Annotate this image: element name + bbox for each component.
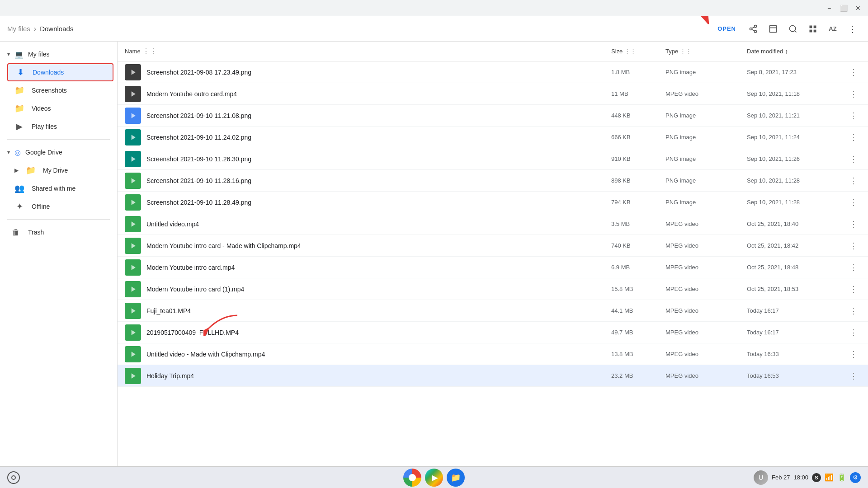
file-type: PNG image (665, 155, 747, 162)
more-options-button[interactable]: ⋮ (844, 21, 861, 37)
column-size[interactable]: Size ⋮⋮ (611, 48, 665, 55)
titlebar: − ⬜ ✕ (0, 0, 868, 16)
my-files-section: ▾ 💻 My files ⬇ Downloads 📁 Screenshots (0, 45, 117, 136)
file-size: 794 KB (611, 199, 665, 206)
table-row[interactable]: Screenshot 2021-09-10 11.24.02.png 666 K… (118, 127, 868, 148)
svg-rect-11 (810, 29, 812, 32)
file-date: Sep 10, 2021, 11:24 (747, 134, 846, 141)
folder-icon-2: 📁 (14, 103, 24, 113)
taskbar-right: U Feb 27 18:00 S 📶 🔋 ⚙ (465, 470, 861, 485)
svg-rect-9 (810, 25, 812, 28)
file-menu-button[interactable]: ⋮ (846, 284, 861, 294)
settings-icon[interactable]: ⚙ (850, 472, 861, 483)
file-type: MPEG video (665, 329, 747, 336)
table-row[interactable]: 20190517000409_FULLHD.MP4 49.7 MB MPEG v… (118, 322, 868, 343)
toggle-layout-button[interactable] (765, 21, 781, 37)
svg-point-7 (790, 25, 796, 31)
file-date: Sep 8, 2021, 17:23 (747, 69, 846, 75)
files-icon[interactable]: 📁 (447, 469, 465, 487)
avatar[interactable]: U (754, 470, 768, 485)
sidebar-item-downloads[interactable]: ⬇ Downloads (7, 63, 113, 81)
file-name: Fuji_tea01.MP4 (146, 307, 611, 314)
file-menu-button[interactable]: ⋮ (846, 328, 861, 338)
file-size: 23.2 MB (611, 372, 665, 379)
trash-icon: 🗑 (11, 228, 21, 237)
file-menu-button[interactable]: ⋮ (846, 263, 861, 272)
table-row[interactable]: Fuji_tea01.MP4 44.1 MB MPEG video Today … (118, 300, 868, 322)
file-type: MPEG video (665, 307, 747, 314)
file-size: 448 KB (611, 112, 665, 119)
play-store-icon[interactable]: ▶ (425, 469, 443, 487)
file-menu-button[interactable]: ⋮ (846, 371, 861, 381)
file-menu-button[interactable]: ⋮ (846, 197, 861, 207)
file-thumbnail (125, 238, 141, 254)
column-name[interactable]: Name ⋮⋮ (125, 47, 611, 56)
google-drive-label: Google Drive (25, 149, 62, 156)
file-date: Sep 10, 2021, 11:26 (747, 155, 846, 162)
table-row[interactable]: Modern Youtube intro card (1).mp4 15.8 M… (118, 278, 868, 300)
search-button[interactable] (785, 21, 801, 37)
share-button[interactable] (745, 21, 761, 37)
file-thumbnail (125, 129, 141, 145)
table-row[interactable]: Untitled video - Made with Clipchamp.mp4… (118, 343, 868, 365)
open-button[interactable]: OPEN (712, 21, 741, 37)
file-rows-container: Screenshot 2021-09-08 17.23.49.png 1.8 M… (118, 61, 868, 387)
file-menu-button[interactable]: ⋮ (846, 306, 861, 316)
svg-point-1 (750, 28, 752, 30)
table-row[interactable]: Screenshot 2021-09-10 11.26.30.png 910 K… (118, 148, 868, 170)
trash-label: Trash (28, 229, 44, 236)
sidebar-item-play-files[interactable]: ▶ Play files (7, 117, 113, 136)
file-menu-button[interactable]: ⋮ (846, 89, 861, 99)
sidebar-item-trash[interactable]: 🗑 Trash (4, 223, 113, 241)
table-row[interactable]: Screenshot 2021-09-10 11.21.08.png 448 K… (118, 105, 868, 127)
sidebar-item-shared[interactable]: 👥 Shared with me (7, 179, 113, 197)
file-thumbnail (125, 281, 141, 297)
column-date[interactable]: Date modified ↑ (747, 48, 846, 55)
taskbar-date: Feb 27 (772, 474, 790, 481)
file-size: 11 MB (611, 90, 665, 97)
taskbar-left (7, 471, 403, 484)
content-area: ▾ 💻 My files ⬇ Downloads 📁 Screenshots (0, 42, 868, 466)
file-date: Today 16:53 (747, 372, 846, 379)
file-date: Oct 25, 2021, 18:53 (747, 286, 846, 292)
file-menu-button[interactable]: ⋮ (846, 176, 861, 186)
table-row[interactable]: Untitled video.mp4 3.5 MB MPEG video Oct… (118, 213, 868, 235)
table-row[interactable]: Modern Youtube intro card - Made with Cl… (118, 235, 868, 257)
table-row[interactable]: Screenshot 2021-09-10 11.28.49.png 794 K… (118, 192, 868, 213)
minimize-button[interactable]: − (823, 2, 835, 14)
file-menu-button[interactable]: ⋮ (846, 241, 861, 251)
table-row[interactable]: Screenshot 2021-09-08 17.23.49.png 1.8 M… (118, 61, 868, 83)
home-button[interactable] (7, 471, 20, 484)
file-name: Screenshot 2021-09-10 11.28.49.png (146, 199, 611, 206)
sort-button[interactable]: AZ (825, 21, 841, 37)
file-menu-button[interactable]: ⋮ (846, 154, 861, 164)
restore-button[interactable]: ⬜ (837, 2, 850, 14)
table-row[interactable]: Modern Youtube intro card.mp4 6.9 MB MPE… (118, 257, 868, 278)
taskbar-time: 18:00 (793, 474, 808, 481)
svg-rect-5 (770, 25, 777, 32)
videos-label: Videos (32, 105, 51, 112)
sidebar-item-screenshots[interactable]: 📁 Screenshots (7, 81, 113, 99)
google-drive-header[interactable]: ▾ ◎ Google Drive (0, 143, 117, 161)
file-menu-button[interactable]: ⋮ (846, 349, 861, 359)
my-files-header[interactable]: ▾ 💻 My files (0, 45, 117, 63)
column-type[interactable]: Type ⋮⋮ (665, 48, 747, 55)
close-button[interactable]: ✕ (852, 2, 864, 14)
sidebar-item-my-drive[interactable]: ▶ 📁 My Drive (7, 161, 113, 179)
file-menu-button[interactable]: ⋮ (846, 111, 861, 121)
table-row[interactable]: Screenshot 2021-09-10 11.28.16.png 898 K… (118, 170, 868, 192)
table-row[interactable]: Modern Youtube outro card.mp4 11 MB MPEG… (118, 83, 868, 105)
file-menu-button[interactable]: ⋮ (846, 219, 861, 229)
sidebar-item-videos[interactable]: 📁 Videos (7, 99, 113, 117)
file-menu-button[interactable]: ⋮ (846, 132, 861, 142)
chrome-icon[interactable] (403, 469, 421, 487)
file-size: 13.8 MB (611, 351, 665, 357)
breadcrumb-root[interactable]: My files (7, 25, 30, 33)
dots-icon: ⋮⋮ (142, 47, 157, 56)
grid-view-button[interactable] (805, 21, 821, 37)
file-type: PNG image (665, 134, 747, 141)
file-menu-button[interactable]: ⋮ (846, 67, 861, 77)
sidebar-item-offline[interactable]: ✦ Offline (7, 197, 113, 216)
table-row[interactable]: Holiday Trip.mp4 23.2 MB MPEG video Toda… (118, 365, 868, 387)
file-size: 49.7 MB (611, 329, 665, 336)
